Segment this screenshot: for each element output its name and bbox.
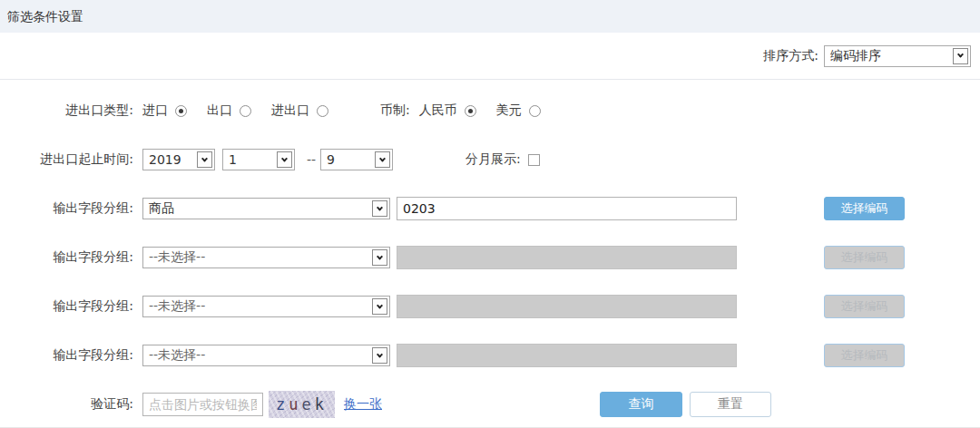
radio-icon[interactable]	[240, 105, 251, 117]
currency-radio-group: 币制: 人民币 美元	[380, 102, 561, 119]
action-button-group: 查询 重置	[600, 392, 771, 417]
output-group-select[interactable]: --未选择--	[142, 345, 390, 366]
output-group-row: 输出字段分组: --未选择-- 选择编码	[0, 331, 980, 380]
radio-icon[interactable]	[175, 105, 187, 117]
captcha-input[interactable]	[142, 393, 263, 416]
chevron-down-icon[interactable]	[372, 347, 387, 364]
code-input[interactable]	[397, 197, 737, 220]
captcha-label: 验证码:	[0, 396, 133, 413]
start-month-select[interactable]: 1	[222, 149, 295, 170]
captcha-image[interactable]: zuek	[269, 391, 335, 418]
output-group-row: 输出字段分组: 商品 选择编码	[0, 184, 980, 233]
range-separator: --	[307, 152, 316, 167]
trade-type-label: 进出口类型:	[0, 102, 133, 119]
select-code-button: 选择编码	[824, 344, 905, 367]
time-range-label: 进出口起止时间:	[0, 151, 133, 168]
reset-button[interactable]: 重置	[690, 392, 771, 417]
trade-type-row: 进出口类型: 进口 出口 进出口	[0, 86, 980, 135]
monthly-checkbox[interactable]	[528, 154, 540, 166]
code-input	[397, 246, 737, 269]
output-group-select[interactable]: --未选择--	[142, 247, 390, 268]
radio-option-import-export[interactable]: 进出口	[271, 102, 328, 119]
radio-icon[interactable]	[317, 105, 328, 117]
radio-option-usd[interactable]: 美元	[496, 102, 541, 119]
radio-icon[interactable]	[465, 105, 476, 117]
page-header: 筛选条件设置	[0, 0, 980, 33]
captcha-row: 验证码: zuek 换一张 查询 重置	[0, 380, 980, 428]
sort-select-value: 编码排序	[825, 48, 953, 64]
radio-option-rmb[interactable]: 人民币	[419, 102, 476, 119]
filter-settings-page: 筛选条件设置 排序方式: 编码排序 进出口类型: 进口 出口	[0, 0, 980, 428]
year-select[interactable]: 2019	[142, 149, 215, 170]
select-code-button: 选择编码	[824, 295, 905, 318]
chevron-down-icon[interactable]	[372, 298, 387, 315]
chevron-down-icon[interactable]	[372, 249, 387, 266]
end-month-select[interactable]: 9	[320, 149, 393, 170]
sort-label: 排序方式:	[763, 48, 818, 64]
radio-option-export[interactable]: 出口	[207, 102, 251, 119]
radio-option-import[interactable]: 进口	[142, 102, 187, 119]
trade-type-radio-group: 进口 出口 进出口	[142, 102, 380, 119]
monthly-display-label: 分月展示:	[466, 151, 521, 168]
sort-select[interactable]: 编码排序	[824, 45, 971, 67]
code-input	[397, 344, 737, 367]
output-group-row: 输出字段分组: --未选择-- 选择编码	[0, 282, 980, 331]
chevron-down-icon[interactable]	[375, 151, 390, 168]
chevron-down-icon[interactable]	[277, 151, 292, 168]
output-group-select[interactable]: --未选择--	[142, 296, 390, 317]
radio-icon[interactable]	[529, 105, 541, 117]
output-group-select[interactable]: 商品	[142, 198, 390, 219]
monthly-display-group: 分月展示:	[466, 151, 540, 168]
code-input	[397, 295, 737, 318]
chevron-down-icon[interactable]	[372, 200, 387, 217]
output-group-row: 输出字段分组: --未选择-- 选择编码	[0, 233, 980, 282]
query-button[interactable]: 查询	[600, 392, 682, 417]
sort-row: 排序方式: 编码排序	[0, 33, 980, 80]
time-range-row: 进出口起止时间: 2019 1 -- 9 分月展示:	[0, 135, 980, 184]
filter-form: 进出口类型: 进口 出口 进出口	[0, 80, 980, 428]
captcha-refresh-link[interactable]: 换一张	[344, 396, 382, 413]
select-code-button[interactable]: 选择编码	[824, 197, 905, 220]
chevron-down-icon[interactable]	[953, 48, 968, 64]
chevron-down-icon[interactable]	[197, 151, 212, 168]
currency-label: 币制:	[380, 102, 410, 119]
select-code-button: 选择编码	[824, 246, 905, 269]
page-title: 筛选条件设置	[7, 9, 83, 24]
